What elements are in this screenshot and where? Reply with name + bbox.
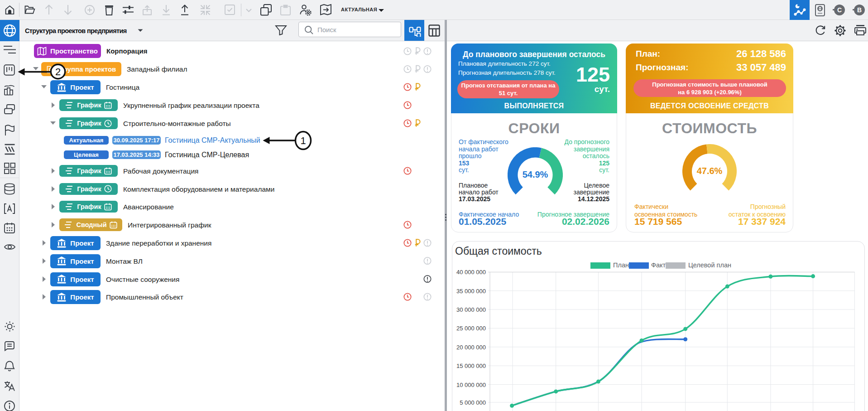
svg-text:40 000 000: 40 000 000: [456, 269, 486, 276]
svg-text:35 000 000: 35 000 000: [456, 288, 486, 295]
svg-text:25 000 000: 25 000 000: [456, 325, 486, 332]
svg-text:15 000 000: 15 000 000: [456, 363, 486, 369]
svg-text:20 000 000: 20 000 000: [456, 344, 486, 351]
svg-text:30 000 000: 30 000 000: [456, 306, 486, 313]
svg-text:5 000 000: 5 000 000: [460, 399, 486, 406]
svg-text:10 000 000: 10 000 000: [456, 382, 486, 388]
